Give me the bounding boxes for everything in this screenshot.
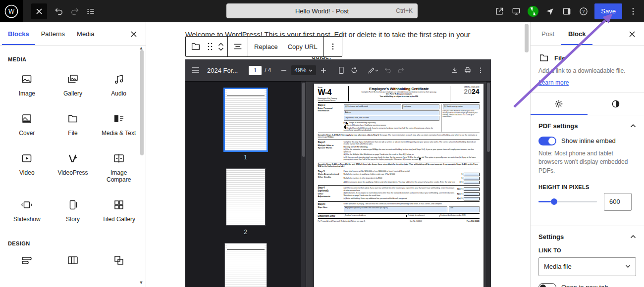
- left-sidebar-scrollbar[interactable]: [140, 50, 144, 155]
- w4-field-last-name[interactable]: Last name: [402, 104, 439, 109]
- jetpack-button[interactable]: [525, 3, 541, 19]
- options-menu-button[interactable]: [625, 3, 641, 19]
- close-inserter-button[interactable]: [31, 3, 47, 19]
- canvas-scrollbar[interactable]: [525, 24, 529, 52]
- block-item-tiled-gallery[interactable]: Tiled Gallery: [96, 194, 142, 234]
- close-settings-button[interactable]: [626, 28, 638, 40]
- height-input[interactable]: [604, 193, 632, 211]
- command-palette[interactable]: Hello World! · Post Ctrl+K: [226, 3, 418, 18]
- slider-knob[interactable]: [551, 198, 557, 205]
- block-item-buttons[interactable]: [4, 249, 50, 287]
- tab-styles[interactable]: [588, 93, 644, 115]
- block-item-file[interactable]: File: [50, 108, 96, 147]
- pdf-annotate-button[interactable]: [365, 64, 381, 77]
- help-button[interactable]: ?: [576, 3, 591, 19]
- block-item-columns[interactable]: [50, 249, 96, 287]
- w4-field-address[interactable]: Address: [344, 110, 439, 115]
- pdf-thumbnail-1[interactable]: [225, 89, 267, 150]
- w4-amount-total[interactable]: [464, 181, 480, 184]
- w4-signature-field[interactable]: Employee's signature (This form is not v…: [344, 206, 447, 212]
- tab-settings-gear[interactable]: [531, 93, 588, 115]
- pdf-more-button[interactable]: [474, 64, 487, 77]
- gear-icon: [554, 99, 564, 109]
- w4-checkbox-two-jobs[interactable]: [419, 158, 421, 160]
- pdf-zoom-select[interactable]: 49%: [291, 65, 316, 75]
- wordpress-logo-icon: W: [4, 4, 19, 19]
- w4-amount-4b[interactable]: [464, 192, 480, 196]
- pdf-settings-header[interactable]: PDF settings: [538, 122, 636, 130]
- save-button[interactable]: Save: [594, 3, 622, 19]
- view-post-button[interactable]: [491, 3, 507, 19]
- settings-sidebar-toggle[interactable]: [559, 3, 575, 19]
- pdf-rotate-button[interactable]: [348, 64, 361, 77]
- tab-blocks[interactable]: Blocks: [2, 22, 35, 45]
- list-view-button[interactable]: [83, 3, 99, 19]
- w4-field-first-name[interactable]: (a) First name and middle initial: [344, 104, 401, 109]
- settings-header[interactable]: Settings: [538, 233, 636, 240]
- tab-patterns[interactable]: Patterns: [35, 22, 71, 45]
- block-item-audio[interactable]: Audio: [96, 68, 142, 108]
- publish-send-button[interactable]: [542, 3, 558, 19]
- pdf-undo-button[interactable]: [381, 64, 394, 77]
- pdf-download-button[interactable]: [448, 64, 461, 77]
- align-button[interactable]: [229, 37, 247, 56]
- block-item-cover[interactable]: Cover: [4, 108, 50, 147]
- block-movers[interactable]: [215, 43, 226, 51]
- block-item-slideshow[interactable]: Slideshow: [4, 194, 50, 234]
- w4-checkbox-single[interactable]: [346, 122, 348, 124]
- pdf-zoom-in-button[interactable]: [317, 64, 330, 77]
- block-options-button[interactable]: [325, 37, 341, 56]
- w4-date-field[interactable]: Date: [449, 206, 480, 212]
- close-inserter-x[interactable]: [128, 28, 140, 40]
- block-toolbar-group-main: [186, 37, 228, 56]
- block-item-gallery[interactable]: Gallery: [50, 68, 96, 108]
- print-icon: [464, 66, 472, 74]
- link-to-select[interactable]: Media file: [538, 257, 636, 276]
- replace-button[interactable]: Replace: [249, 37, 283, 56]
- pdf-redo-button[interactable]: [394, 64, 407, 77]
- pdf-thumbnail-3[interactable]: [225, 243, 267, 287]
- pdf-sidebar-toggle[interactable]: [189, 64, 202, 77]
- block-item-media-text[interactable]: Media & Text: [96, 108, 142, 147]
- copy-url-button[interactable]: Copy URL: [283, 37, 322, 56]
- block-item-image[interactable]: Image: [4, 68, 50, 108]
- redo-button[interactable]: [67, 3, 83, 19]
- block-item-video[interactable]: Video: [4, 147, 50, 187]
- file-block-type-button[interactable]: [187, 37, 205, 56]
- w4-checkbox-hoh[interactable]: [344, 127, 346, 129]
- pdf-zoom-out-button[interactable]: [277, 64, 290, 77]
- wordpress-logo[interactable]: W: [0, 0, 23, 22]
- block-item-image-compare[interactable]: Image Compare: [96, 147, 142, 194]
- block-item-group[interactable]: [96, 249, 142, 287]
- open-new-tab-row[interactable]: Open in new tab: [538, 283, 636, 287]
- block-card: File Add a link to a downloadable file. …: [531, 46, 644, 93]
- height-slider[interactable]: [538, 201, 597, 202]
- drag-handle[interactable]: [205, 37, 215, 56]
- pdf-thumbnail-2[interactable]: [226, 169, 265, 225]
- tab-post[interactable]: Post: [535, 22, 561, 45]
- w4-field-city[interactable]: City or town, state, and ZIP code: [344, 116, 439, 121]
- w4-amount-children[interactable]: [464, 173, 480, 176]
- pdf-page-input[interactable]: [249, 66, 262, 75]
- preview-button[interactable]: [508, 3, 524, 19]
- thumbnail-scrollbar[interactable]: [301, 81, 306, 287]
- w4-amount-dependents[interactable]: [464, 177, 480, 180]
- undo-icon: [54, 6, 64, 16]
- tab-media[interactable]: Media: [71, 22, 100, 45]
- learn-more-link[interactable]: Learn more: [538, 79, 569, 86]
- block-item-videopress[interactable]: VideoPress: [50, 147, 96, 187]
- scroll-down-arrow[interactable]: ▼: [139, 280, 144, 285]
- pdf-page-view-button[interactable]: [335, 64, 348, 77]
- w4-amount-4c[interactable]: [464, 197, 480, 200]
- undo-button[interactable]: [51, 3, 67, 19]
- w4-checkbox-married[interactable]: [344, 125, 346, 127]
- pdf-print-button[interactable]: [461, 64, 474, 77]
- tab-block[interactable]: Block: [561, 22, 592, 45]
- show-inline-embed-row[interactable]: Show inline embed: [538, 137, 636, 145]
- block-item-story[interactable]: Story: [50, 194, 96, 234]
- open-new-tab-toggle[interactable]: [538, 283, 556, 287]
- w4-amount-4a[interactable]: [464, 188, 480, 191]
- show-inline-embed-toggle[interactable]: [538, 137, 556, 145]
- w4-field-ssn[interactable]: (b) Social security number: [443, 104, 480, 109]
- pdf-viewer-scrollbar[interactable]: [486, 81, 491, 287]
